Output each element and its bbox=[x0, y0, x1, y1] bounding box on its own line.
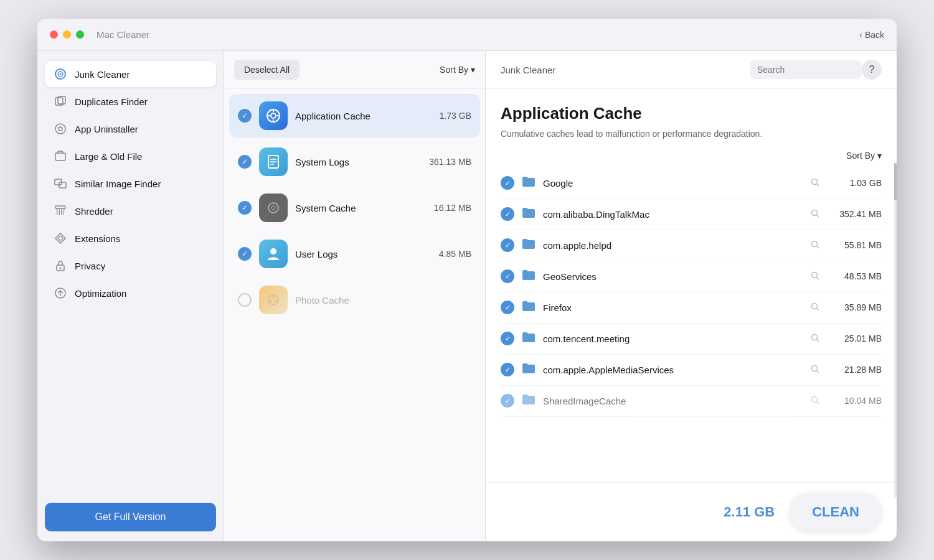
detail-item-size: 10.04 MB bbox=[832, 396, 882, 406]
search-icon[interactable] bbox=[811, 271, 819, 282]
list-item-info: System Logs bbox=[295, 157, 422, 167]
detail-checkbox[interactable]: ✓ bbox=[501, 301, 514, 314]
detail-checkbox[interactable]: ✓ bbox=[501, 363, 514, 376]
privacy-icon bbox=[54, 259, 67, 273]
middle-sort-by[interactable]: Sort By ▾ bbox=[440, 65, 475, 75]
detail-item-name: com.apple.helpd bbox=[543, 240, 803, 251]
detail-row: ✓ Firefox 35.89 MB bbox=[501, 292, 882, 324]
detail-checkbox[interactable]: ✓ bbox=[501, 207, 514, 221]
sidebar-item-label: Privacy bbox=[75, 261, 105, 271]
list-item-name: System Cache bbox=[295, 203, 427, 213]
duplicates-finder-icon bbox=[54, 95, 67, 108]
detail-item-name: com.tencent.meeting bbox=[543, 334, 803, 344]
detail-checkbox[interactable]: ✓ bbox=[501, 238, 514, 252]
help-button[interactable]: ? bbox=[862, 60, 882, 80]
list-item-size: 361.13 MB bbox=[429, 157, 471, 167]
get-full-version-button[interactable]: Get Full Version bbox=[45, 503, 216, 531]
deselect-all-button[interactable]: Deselect All bbox=[234, 60, 300, 80]
search-input[interactable] bbox=[757, 65, 866, 75]
sidebar-item-privacy[interactable]: Privacy bbox=[45, 253, 216, 279]
svg-point-30 bbox=[812, 179, 818, 184]
photo-cache-icon bbox=[259, 286, 288, 314]
detail-item-size: 1.03 GB bbox=[832, 178, 882, 188]
list-item-info: Photo Cache bbox=[295, 295, 464, 306]
sidebar-item-shredder[interactable]: Shredder bbox=[45, 198, 216, 224]
titlebar: Mac Cleaner ‹ Back bbox=[37, 19, 897, 51]
list-item[interactable]: ✓ Application Cache 1.73 GB bbox=[229, 94, 480, 138]
list-item-name: Photo Cache bbox=[295, 295, 464, 306]
detail-checkbox[interactable]: ✓ bbox=[501, 176, 514, 190]
search-icon[interactable] bbox=[811, 365, 819, 375]
detail-item-name: com.alibaba.DingTalkMac bbox=[543, 209, 803, 220]
optimization-icon bbox=[54, 286, 67, 300]
detail-item-size: 48.53 MB bbox=[832, 271, 882, 281]
svg-line-39 bbox=[817, 308, 819, 310]
detail-item-name: Firefox bbox=[543, 302, 803, 313]
search-icon[interactable] bbox=[811, 302, 819, 313]
detail-checkbox[interactable]: ✓ bbox=[501, 332, 514, 345]
svg-line-37 bbox=[817, 277, 819, 279]
sidebar-item-label: Junk Cleaner bbox=[75, 69, 130, 80]
detail-row: ✓ com.alibaba.DingTalkMac 352.41 MB bbox=[501, 199, 882, 230]
shredder-icon bbox=[54, 204, 67, 218]
sidebar-item-duplicates-finder[interactable]: Duplicates Finder bbox=[45, 88, 216, 114]
extensions-icon bbox=[54, 231, 67, 245]
minimize-button[interactable] bbox=[63, 30, 71, 39]
sidebar-item-label: Large & Old File bbox=[75, 151, 142, 162]
user-logs-icon bbox=[259, 240, 288, 268]
svg-line-43 bbox=[817, 370, 819, 373]
checkbox-app-cache[interactable]: ✓ bbox=[238, 109, 252, 123]
chevron-down-icon: ▾ bbox=[877, 151, 882, 161]
scrollbar-track[interactable] bbox=[894, 163, 897, 498]
scrollbar-thumb[interactable] bbox=[894, 163, 897, 200]
middle-toolbar: Deselect All Sort By ▾ bbox=[224, 51, 485, 89]
detail-row: ✓ com.apple.helpd 55.81 MB bbox=[501, 230, 882, 261]
search-icon[interactable] bbox=[811, 396, 819, 406]
search-icon[interactable] bbox=[811, 178, 819, 189]
detail-sort-by[interactable]: Sort By ▾ bbox=[486, 151, 897, 168]
detail-item-name: SharedImageCache bbox=[543, 396, 803, 406]
search-bar[interactable] bbox=[750, 60, 862, 79]
app-cache-icon bbox=[259, 101, 288, 130]
sidebar-item-large-old-file[interactable]: Large & Old File bbox=[45, 143, 216, 169]
checkbox-system-cache[interactable]: ✓ bbox=[238, 201, 252, 215]
list-item[interactable]: Photo Cache bbox=[229, 278, 480, 322]
svg-rect-10 bbox=[55, 206, 65, 208]
list-item[interactable]: ✓ System Cache 16.12 MB bbox=[229, 186, 480, 230]
detail-row: ✓ Google 1.03 GB bbox=[501, 168, 882, 199]
sidebar-item-junk-cleaner[interactable]: Junk Cleaner bbox=[45, 61, 216, 87]
detail-checkbox[interactable]: ✓ bbox=[501, 394, 514, 408]
detail-checkbox[interactable]: ✓ bbox=[501, 269, 514, 283]
checkbox-system-logs[interactable]: ✓ bbox=[238, 155, 252, 169]
back-button[interactable]: ‹ Back bbox=[859, 30, 884, 40]
list-item[interactable]: ✓ User Logs 4.85 MB bbox=[229, 232, 480, 276]
checkbox-photo-cache[interactable] bbox=[238, 293, 252, 307]
maximize-button[interactable] bbox=[76, 30, 84, 39]
detail-title: Application Cache bbox=[501, 104, 882, 123]
chevron-down-icon: ▾ bbox=[471, 65, 475, 75]
sidebar-item-similar-image-finder[interactable]: Similar Image Finder bbox=[45, 170, 216, 197]
sidebar: Junk Cleaner Duplicates Finder App Unins… bbox=[37, 51, 224, 541]
clean-button[interactable]: CLEAN bbox=[790, 493, 882, 531]
list-item-name: Application Cache bbox=[295, 111, 432, 121]
svg-point-22 bbox=[272, 207, 275, 209]
svg-line-41 bbox=[817, 339, 819, 342]
sidebar-item-label: Optimization bbox=[75, 288, 126, 299]
sidebar-item-extensions[interactable]: Extensions bbox=[45, 225, 216, 251]
sidebar-item-label: Similar Image Finder bbox=[75, 179, 161, 189]
sidebar-item-optimization[interactable]: Optimization bbox=[45, 280, 216, 306]
traffic-lights bbox=[50, 30, 84, 39]
svg-line-31 bbox=[817, 184, 819, 186]
svg-point-6 bbox=[59, 127, 62, 131]
svg-point-26 bbox=[270, 300, 272, 302]
checkbox-user-logs[interactable]: ✓ bbox=[238, 247, 252, 261]
search-icon[interactable] bbox=[811, 240, 819, 251]
close-button[interactable] bbox=[50, 30, 58, 39]
list-item-name: User Logs bbox=[295, 249, 432, 259]
search-icon[interactable] bbox=[811, 334, 819, 344]
svg-line-33 bbox=[817, 215, 819, 217]
sidebar-item-app-uninstaller[interactable]: App Uninstaller bbox=[45, 116, 216, 142]
sidebar-item-label: Extensions bbox=[75, 233, 120, 244]
search-icon[interactable] bbox=[811, 209, 819, 220]
list-item[interactable]: ✓ System Logs 361.13 MB bbox=[229, 140, 480, 184]
